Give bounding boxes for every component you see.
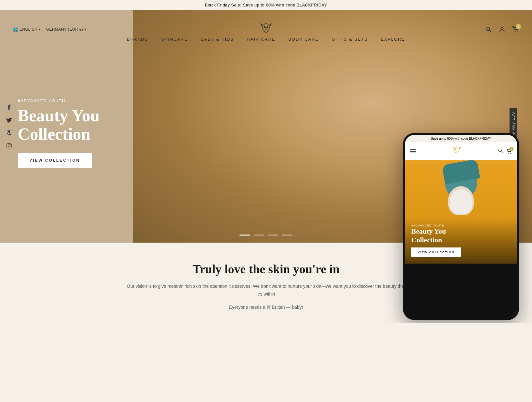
mobile-logo[interactable] [451,145,463,158]
mobile-hero-image: #ADVANCED YOUTH Beauty You Collection VI… [405,160,517,264]
header-right: 2 [485,26,519,33]
hamburger-line-2 [410,151,416,152]
mobile-hero-content: #ADVANCED YOUTH Beauty You Collection VI… [405,217,517,264]
carousel-dot-3[interactable] [268,235,278,236]
mobile-cart-button[interactable]: 2 [506,148,512,154]
nav-item-skincare[interactable]: SKINCARE [161,37,188,42]
mobile-device-mockup: Save up to 60% with code BLACKFRIDAY [403,133,519,320]
mobile-view-collection-button[interactable]: VIEW COLLECTION [411,247,461,257]
nav-item-gifts-sets[interactable]: GIFTS & SETS [332,37,368,42]
hero-title: Beauty You Collection [18,106,100,143]
mobile-hashtag: #ADVANCED YOUTH [411,224,511,227]
announcement-bar: Black Friday Sale: Save up to 60% with c… [0,0,532,10]
svg-point-2 [267,26,268,27]
below-hero-content: Truly love the skin you're in Our vision… [126,262,406,310]
tagline-heading: Truly love the skin you're in [126,262,406,276]
nav-item-explore[interactable]: EXPLORE [381,37,405,42]
hamburger-line-1 [410,149,416,150]
cart-button[interactable]: 2 [512,26,519,33]
mobile-title-line2: Collection [411,236,442,244]
hamburger-line-3 [410,153,416,153]
carousel-dot-4[interactable] [282,235,292,236]
carousel-dot-2[interactable] [254,235,264,236]
svg-point-15 [508,153,509,154]
mobile-announcement-text: Save up to 60% with code BLACKFRIDAY [431,137,491,140]
twitter-icon[interactable] [6,117,12,123]
carousel-dot-1[interactable] [240,235,250,236]
mobile-header-right: 2 [498,148,512,155]
svg-line-4 [489,30,491,32]
hero-title-line2: Collection [18,125,90,143]
announcement-text: Black Friday Sale: Save up to 60% with c… [205,3,327,7]
description-text: Our vision is to give melanin rich skin … [126,283,406,298]
nav-item-brands[interactable]: BRANDS [127,37,148,42]
svg-point-10 [10,144,11,145]
brand-logo [258,20,274,37]
below-hero-section: Save up to 60% with code BLACKFRIDAY [0,243,532,323]
everyone-text: Everyone needs a lil' Buttah — baby! [126,305,406,310]
view-collection-button[interactable]: VIEW COLLECTION [18,153,92,168]
nav-item-body-care[interactable]: BODY CARE [288,37,319,42]
logo-container[interactable] [258,20,274,38]
language-label: ENGLISH [19,27,37,32]
svg-line-14 [501,151,502,153]
svg-point-11 [455,149,456,150]
instagram-icon[interactable] [6,143,12,149]
social-sidebar [6,104,12,149]
mobile-cart-badge: 2 [509,147,514,151]
svg-point-9 [8,145,10,147]
pinterest-icon[interactable] [6,130,12,136]
account-button[interactable] [498,26,506,33]
mobile-hamburger-button[interactable] [410,149,416,153]
svg-point-5 [501,27,503,30]
language-selector[interactable]: 🌐 ENGLISH ▾ [13,27,41,32]
svg-point-3 [486,27,490,31]
hero-title-line1: Beauty You [18,106,100,125]
svg-point-16 [510,153,511,154]
search-button[interactable] [485,26,492,33]
chevron-down-icon: ▾ [84,27,87,32]
carousel-dots [240,235,292,236]
site-header: 🌐 ENGLISH ▾ GERMANY (EUR €) ▾ [0,22,532,45]
currency-label: GERMANY (EUR €) [46,27,83,32]
hero-content: #ADVANCED YOUTH Beauty You Collection VI… [18,99,100,168]
hero-hashtag: #ADVANCED YOUTH [18,99,100,103]
svg-point-13 [498,149,501,152]
svg-point-7 [517,31,518,32]
chevron-down-icon: ▾ [39,27,41,32]
svg-point-1 [264,26,265,27]
svg-point-12 [457,149,458,150]
mobile-header: 2 [405,142,517,160]
mobile-hero-title: Beauty You Collection [411,227,511,244]
header-left: 🌐 ENGLISH ▾ GERMANY (EUR €) ▾ [13,27,87,32]
facebook-icon[interactable] [6,104,12,110]
currency-selector[interactable]: GERMANY (EUR €) ▾ [46,27,87,32]
svg-point-6 [515,31,516,32]
cart-badge: 2 [516,24,521,29]
nav-item-baby-kids[interactable]: BABY & KIDS [201,37,234,42]
header-top-row: 🌐 ENGLISH ▾ GERMANY (EUR €) ▾ [13,26,519,33]
mobile-announcement-bar: Save up to 60% with code BLACKFRIDAY [405,135,517,142]
mobile-search-button[interactable] [498,148,503,155]
mobile-title-line1: Beauty You [411,227,446,235]
globe-icon: 🌐 [13,27,18,32]
